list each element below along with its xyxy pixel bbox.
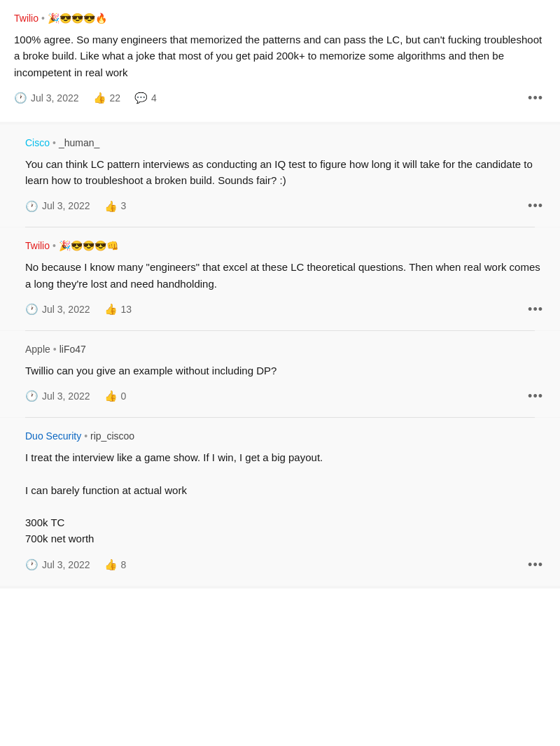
company-twilio-2[interactable]: Twilio	[25, 239, 50, 253]
post-body-2: You can think LC pattern interviews as c…	[25, 156, 546, 189]
like-item-4[interactable]: 👍 0	[104, 388, 127, 404]
more-button-4[interactable]: •••	[525, 387, 546, 406]
comment-icon-1: 💬	[134, 90, 148, 106]
like-count-2: 3	[121, 199, 127, 213]
post-body-3: No because I know many "engineers" that …	[25, 259, 546, 292]
date-item-5: 🕐 Jul 3, 2022	[25, 557, 90, 573]
more-button-5[interactable]: •••	[525, 556, 546, 575]
dot-2: •	[52, 136, 56, 150]
company-cisco[interactable]: Cisco	[25, 136, 50, 150]
post-header-3: Twilio • 🎉😎😎😎👊	[25, 239, 546, 253]
like-item-3[interactable]: 👍 13	[104, 302, 132, 318]
clock-icon-1: 🕐	[14, 90, 27, 106]
body-line-5-3: 300k TC	[25, 514, 546, 530]
post-footer-3: 🕐 Jul 3, 2022 👍 13 •••	[25, 300, 546, 319]
post-footer-5: 🕐 Jul 3, 2022 👍 8 •••	[25, 556, 546, 575]
post-footer-4: 🕐 Jul 3, 2022 👍 0 •••	[25, 387, 546, 406]
post-header-2: Cisco • _human_	[25, 136, 546, 150]
clock-icon-5: 🕐	[25, 557, 38, 573]
date-1: Jul 3, 2022	[31, 91, 79, 106]
dot-1: •	[41, 11, 45, 26]
post-footer-2: 🕐 Jul 3, 2022 👍 3 •••	[25, 197, 546, 216]
body-line-5-2: I can barely function at actual work	[25, 482, 546, 498]
username-2: _human_	[59, 136, 99, 150]
post-header-1: Twilio • 🎉😎😎😎🔥	[14, 11, 546, 26]
like-icon-1: 👍	[93, 90, 106, 106]
post-5: Duo Security • rip_ciscoo I treat the in…	[0, 418, 560, 586]
feed-container: Twilio • 🎉😎😎😎🔥 100% agree. So many engin…	[0, 0, 560, 589]
dot-4: •	[53, 342, 57, 357]
date-2: Jul 3, 2022	[42, 199, 90, 213]
dot-3: •	[52, 239, 56, 253]
clock-icon-3: 🕐	[25, 302, 38, 318]
post-header-5: Duo Security • rip_ciscoo	[25, 429, 546, 444]
like-item-1[interactable]: 👍 22	[93, 90, 121, 106]
date-item-3: 🕐 Jul 3, 2022	[25, 302, 90, 318]
post-body-4: Twillio can you give an example without …	[25, 363, 546, 379]
post-3: Twilio • 🎉😎😎😎👊 No because I know many "e…	[0, 227, 560, 330]
date-item-4: 🕐 Jul 3, 2022	[25, 388, 90, 404]
like-icon-5: 👍	[104, 557, 118, 573]
post-1: Twilio • 🎉😎😎😎🔥 100% agree. So many engin…	[0, 0, 560, 119]
post-4: Apple • liFo47 Twillio can you give an e…	[0, 331, 560, 417]
like-item-2[interactable]: 👍 3	[104, 199, 127, 215]
like-count-3: 13	[121, 302, 132, 317]
emojis-3: 🎉😎😎😎👊	[59, 239, 118, 253]
like-icon-4: 👍	[104, 388, 118, 404]
company-duo[interactable]: Duo Security	[25, 429, 81, 444]
like-count-5: 8	[121, 558, 127, 572]
date-item-1: 🕐 Jul 3, 2022	[14, 90, 79, 106]
more-button-2[interactable]: •••	[525, 197, 546, 216]
company-apple[interactable]: Apple	[25, 342, 50, 357]
like-count-4: 0	[121, 389, 127, 404]
like-item-5[interactable]: 👍 8	[104, 557, 127, 573]
username-5: rip_ciscoo	[90, 429, 134, 444]
more-button-3[interactable]: •••	[525, 300, 546, 319]
body-line-5-1: I treat the interview like a game show. …	[25, 449, 546, 465]
clock-icon-2: 🕐	[25, 199, 38, 215]
post-header-4: Apple • liFo47	[25, 342, 546, 357]
date-4: Jul 3, 2022	[42, 389, 90, 404]
more-button-1[interactable]: •••	[525, 89, 546, 108]
nested-wrapper: Cisco • _human_ You can think LC pattern…	[0, 122, 560, 589]
like-icon-3: 👍	[104, 302, 118, 318]
username-4: liFo47	[59, 342, 86, 357]
emojis-1: 🎉😎😎😎🔥	[48, 11, 107, 26]
date-item-2: 🕐 Jul 3, 2022	[25, 199, 90, 215]
comment-count-1: 4	[151, 91, 157, 106]
post-footer-1: 🕐 Jul 3, 2022 👍 22 💬 4 •••	[14, 89, 546, 108]
dot-5: •	[84, 429, 88, 444]
clock-icon-4: 🕐	[25, 388, 38, 404]
like-icon-2: 👍	[104, 199, 118, 215]
date-3: Jul 3, 2022	[42, 302, 90, 317]
comment-item-1[interactable]: 💬 4	[134, 90, 157, 106]
post-2: Cisco • _human_ You can think LC pattern…	[0, 125, 560, 227]
body-line-5-4: 700k net worth	[25, 530, 546, 547]
post-body-5: I treat the interview like a game show. …	[25, 449, 546, 547]
post-body-1: 100% agree. So many engineers that memor…	[14, 31, 546, 80]
like-count-1: 22	[110, 91, 121, 106]
date-5: Jul 3, 2022	[42, 558, 90, 572]
company-twilio-1[interactable]: Twilio	[14, 11, 38, 26]
